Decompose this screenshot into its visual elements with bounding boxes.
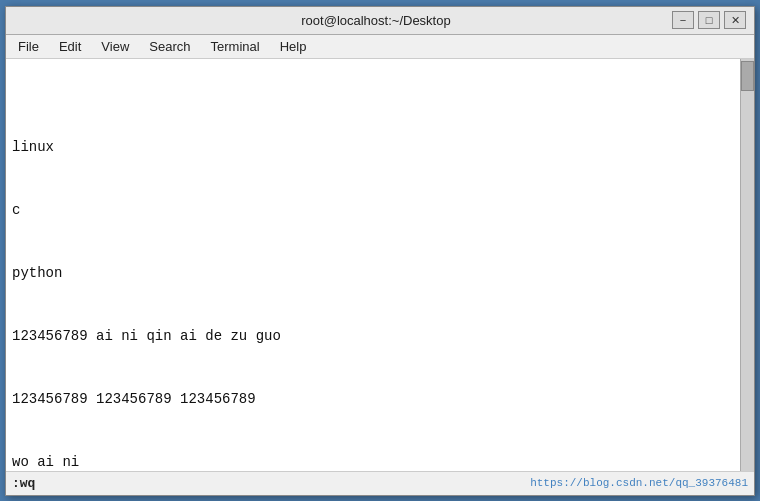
editor-content: linux c python 123456789 ai ni qin ai de… (12, 95, 734, 471)
menu-bar: File Edit View Search Terminal Help (6, 35, 754, 59)
window-controls: − □ ✕ (672, 11, 746, 29)
line-4: 123456789 ai ni qin ai de zu guo (12, 326, 734, 347)
line-1: linux (12, 137, 734, 158)
line-5: 123456789 123456789 123456789 (12, 389, 734, 410)
menu-file[interactable]: File (10, 37, 47, 56)
menu-view[interactable]: View (93, 37, 137, 56)
terminal-window: root@localhost:~/Desktop − □ ✕ File Edit… (5, 6, 755, 496)
title-bar: root@localhost:~/Desktop − □ ✕ (6, 7, 754, 35)
line-2: c (12, 200, 734, 221)
status-bar: :wq https://blog.csdn.net/qq_39376481 (6, 471, 754, 495)
content-area: linux c python 123456789 ai ni qin ai de… (6, 59, 754, 471)
line-3: python (12, 263, 734, 284)
line-6: wo ai ni (12, 452, 734, 471)
maximize-button[interactable]: □ (698, 11, 720, 29)
menu-terminal[interactable]: Terminal (203, 37, 268, 56)
window-title: root@localhost:~/Desktop (80, 13, 672, 28)
scrollbar[interactable] (740, 59, 754, 471)
text-editor[interactable]: linux c python 123456789 ai ni qin ai de… (6, 59, 740, 471)
menu-help[interactable]: Help (272, 37, 315, 56)
link-display: https://blog.csdn.net/qq_39376481 (530, 477, 748, 489)
scrollbar-thumb[interactable] (741, 61, 754, 91)
command-display: :wq (12, 476, 35, 491)
menu-search[interactable]: Search (141, 37, 198, 56)
close-button[interactable]: ✕ (724, 11, 746, 29)
minimize-button[interactable]: − (672, 11, 694, 29)
menu-edit[interactable]: Edit (51, 37, 89, 56)
